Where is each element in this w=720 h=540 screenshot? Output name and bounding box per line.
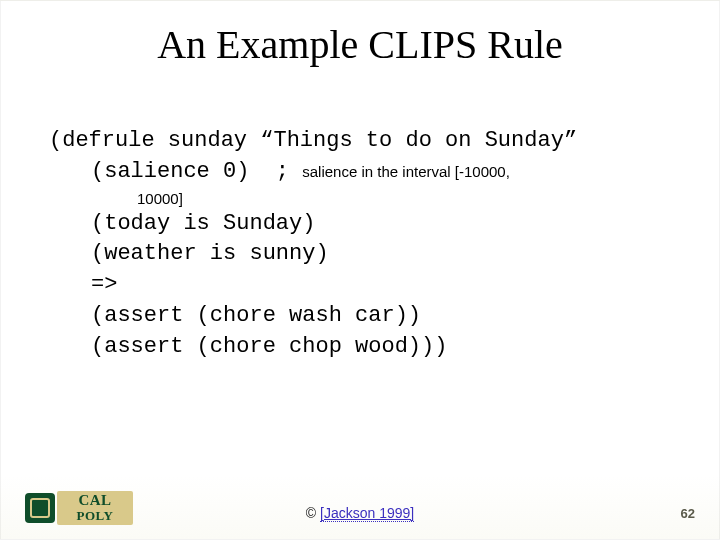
code-line-2: (salience 0) ; salience in the interval …: [91, 157, 679, 188]
code-line-8: (assert (chore chop wood))): [91, 332, 679, 363]
code-line-5: (weather is sunny): [91, 239, 679, 270]
slide-title: An Example CLIPS Rule: [1, 21, 719, 68]
citation: © [Jackson 1999]: [1, 505, 719, 521]
code-block: (defrule sunday “Things to do on Sunday”…: [49, 126, 679, 363]
code-line-1: (defrule sunday “Things to do on Sunday”: [49, 126, 679, 157]
copyright-symbol: ©: [306, 505, 320, 521]
code-line-6: =>: [91, 270, 679, 301]
code-line-7: (assert (chore wash car)): [91, 301, 679, 332]
code-line-2-note: salience in the interval [-10000,: [302, 163, 510, 180]
page-number: 62: [681, 506, 695, 521]
citation-link[interactable]: [Jackson 1999]: [320, 505, 414, 522]
code-line-4: (today is Sunday): [91, 209, 679, 240]
code-line-3-note: 10000]: [137, 188, 679, 209]
slide: An Example CLIPS Rule (defrule sunday “T…: [0, 0, 720, 540]
code-line-2-main: (salience 0) ;: [91, 159, 302, 184]
